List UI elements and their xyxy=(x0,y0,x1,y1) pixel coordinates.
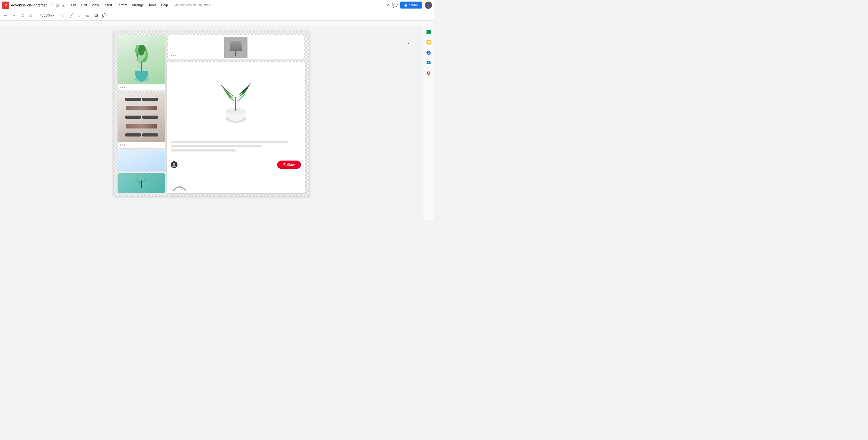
pin1-dots: ••• xyxy=(120,85,126,90)
speech-bubble-tool[interactable]: 💭 xyxy=(101,12,108,19)
svg-rect-11 xyxy=(427,32,430,32)
collapse-arrow[interactable]: ▲ xyxy=(407,41,410,45)
right-sidebar xyxy=(423,26,434,220)
line-tool[interactable]: ╱ xyxy=(68,12,75,19)
zoom-level: 100% xyxy=(44,14,52,17)
doc-title: Advertise-on-Pinterest xyxy=(11,3,47,7)
pin-card-2: ••• xyxy=(118,92,165,148)
menu-tools[interactable]: Tools xyxy=(147,2,158,8)
pin2-image xyxy=(118,92,165,142)
menu-arrange[interactable]: Arrange xyxy=(130,2,146,8)
wood-plank-1 xyxy=(126,106,157,110)
contacts-svg xyxy=(426,60,431,66)
share-button[interactable]: ▣ Share xyxy=(400,2,422,8)
product-image-area xyxy=(167,62,305,137)
wood-plank-2 xyxy=(126,124,157,128)
svg-rect-10 xyxy=(427,31,430,31)
hook-item-6 xyxy=(142,134,158,137)
keep-svg xyxy=(426,40,431,45)
menu-help[interactable]: Help xyxy=(159,2,170,8)
plant-svg-1 xyxy=(122,45,161,84)
star-icon[interactable]: ☆ xyxy=(50,3,53,7)
follow-button[interactable]: Follow xyxy=(277,160,301,169)
hook-item-1 xyxy=(125,98,141,101)
detail-line-2 xyxy=(171,145,262,147)
lamp-shade xyxy=(229,41,242,51)
hook-row-1 xyxy=(120,98,163,101)
lamp-base xyxy=(235,51,237,56)
tasks-svg xyxy=(426,50,431,55)
menu-view[interactable]: View xyxy=(90,2,101,8)
menu-bar: File Edit View Insert Format Arrange Too… xyxy=(69,2,170,8)
shape-tool[interactable]: ○ xyxy=(76,12,83,19)
paint-format-button[interactable]: ⬡ xyxy=(27,12,34,19)
menu-insert[interactable]: Insert xyxy=(101,2,114,8)
detail-line-1 xyxy=(171,141,288,143)
print-button[interactable]: 🖨 xyxy=(19,12,26,19)
top-card: ••• xyxy=(168,35,304,59)
text-box-tool[interactable]: ▭ xyxy=(84,12,91,19)
hook-visual xyxy=(118,92,165,142)
hook-item-2 xyxy=(142,98,158,101)
sidebar-sheets-icon[interactable] xyxy=(425,28,433,36)
sidebar-keep-icon[interactable] xyxy=(425,38,433,47)
ruler xyxy=(0,21,434,26)
pin1-image xyxy=(118,35,165,84)
app-icon: P xyxy=(2,2,9,9)
user-avatar-svg xyxy=(172,162,177,167)
toolbar-divider xyxy=(36,13,36,18)
svg-rect-12 xyxy=(427,33,429,33)
product-plant-svg xyxy=(215,71,256,128)
share-label: Share xyxy=(409,3,418,7)
last-edit-label: Last edit was on January 15 xyxy=(174,3,212,7)
svg-point-14 xyxy=(427,51,431,55)
sheets-svg xyxy=(426,29,431,35)
comment-icon[interactable]: 💬 xyxy=(392,2,398,8)
svg-point-8 xyxy=(173,163,175,165)
folder-icon[interactable]: ⊡ xyxy=(56,3,59,7)
top-card-dots: ••• xyxy=(171,53,177,57)
pin-card-1: ••• xyxy=(118,35,165,90)
pin2-footer: ••• xyxy=(118,142,165,148)
zoom-control[interactable]: 🔍 100% ▾ xyxy=(38,14,55,17)
left-column: ••• xyxy=(118,35,165,194)
hook-item-3 xyxy=(125,116,141,119)
topbar-right: ↗ 💬 ▣ Share 👤 xyxy=(386,2,432,9)
bottom-left-images xyxy=(118,173,165,194)
pin2-dots: ••• xyxy=(120,143,126,147)
hook-row-2 xyxy=(120,116,163,119)
top-card-image xyxy=(224,37,247,58)
trending-icon[interactable]: ↗ xyxy=(386,3,389,7)
arc-svg xyxy=(172,182,187,192)
svg-point-16 xyxy=(428,62,429,63)
sidebar-contacts-icon[interactable] xyxy=(425,59,433,67)
maps-svg xyxy=(426,71,431,76)
canvas-scroll[interactable]: ▲ P ••• xyxy=(0,26,423,220)
share-icon: ▣ xyxy=(404,3,407,7)
product-user-avatar xyxy=(171,161,178,168)
sidebar-maps-icon[interactable] xyxy=(425,69,433,78)
lamp-shape xyxy=(228,38,244,56)
pin1-footer: ••• xyxy=(118,84,165,90)
menu-format[interactable]: Format xyxy=(115,2,129,8)
cursor-tool[interactable]: ↖ xyxy=(59,12,67,19)
product-footer: Follow xyxy=(167,158,305,171)
menu-file[interactable]: File xyxy=(69,2,79,8)
right-panel: Follow xyxy=(167,62,305,194)
toolbar-divider2 xyxy=(57,13,57,18)
top-bar: P Advertise-on-Pinterest ☆ ⊡ ☁ File Edit… xyxy=(0,0,434,10)
slide-canvas: P ••• xyxy=(114,31,309,196)
zoom-icon: 🔍 xyxy=(39,14,43,17)
menu-edit[interactable]: Edit xyxy=(79,2,89,8)
user-avatar[interactable]: 👤 xyxy=(425,2,432,9)
hook-item-5 xyxy=(125,134,141,137)
redo-button[interactable]: ↪ xyxy=(10,12,18,19)
hook-row-3 xyxy=(120,134,163,137)
detail-line-3 xyxy=(171,149,236,151)
image-tool[interactable]: 🖼 xyxy=(92,12,100,19)
cloud-icon[interactable]: ☁ xyxy=(61,3,65,7)
sidebar-tasks-icon[interactable] xyxy=(425,49,433,57)
bottom-right-arc xyxy=(169,180,190,194)
undo-button[interactable]: ↩ xyxy=(2,12,9,19)
zoom-dropdown-icon: ▾ xyxy=(53,14,54,17)
